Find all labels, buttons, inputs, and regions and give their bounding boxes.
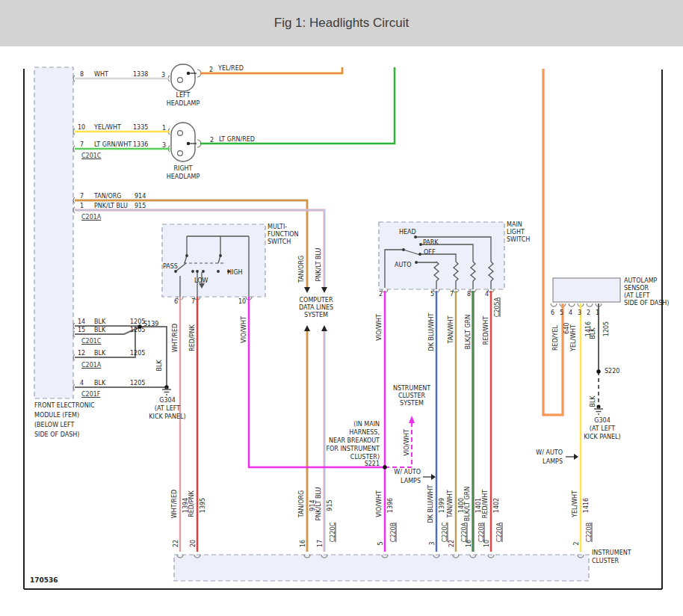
right-headlamp-name: RIGHT: [173, 165, 192, 172]
mls-position-off: OFF: [424, 249, 436, 256]
ground-location: (AT LEFT: [155, 405, 180, 412]
fem-circuit-number: 1205: [130, 350, 145, 357]
wire-label-vio-wht-mls-top: VIO/WHT: [376, 314, 383, 341]
mls-name: LIGHT: [507, 229, 525, 235]
wire-label-bottom: TAN/ORG: [298, 490, 305, 517]
wire-label-red-yel: RED/YEL: [552, 325, 559, 351]
autolamp-pin-number: 1: [596, 309, 599, 316]
fem-wire-color: BLK: [94, 318, 105, 325]
wiring-diagram-page: Fig 1: Headlights Circuit: [0, 0, 683, 616]
fem-pin-number: 10: [78, 124, 85, 131]
wire-label-pnk-lt-blu-upper: PNK/LT BLU: [315, 248, 322, 282]
mfs-pin-number: 6: [174, 298, 178, 305]
circuit-number-bottom: 1396: [387, 498, 394, 513]
splice-s139-label: S139: [143, 321, 158, 327]
mfs-position-pass: PASS: [163, 263, 178, 270]
wire-label-vio-wht-top: VIO/WHT: [241, 316, 247, 343]
auto-lamps-note-right: W/ AUTO: [518, 449, 563, 456]
fem-pin-number: 14: [78, 318, 85, 325]
connector-label-bottom: C220B: [586, 523, 593, 542]
wire-label-bottom: YEL/WHT: [572, 490, 578, 517]
circuit-number-bottom: 915: [327, 499, 333, 511]
mls-name: MAIN: [507, 221, 522, 228]
cluster-pin-number: 5: [377, 541, 384, 545]
headlamp-filament-icons: [178, 78, 183, 156]
mfs-name: FUNCTION: [268, 231, 299, 238]
cluster-pin-number: 22: [448, 540, 455, 547]
cluster-pin-number: 3: [429, 541, 436, 545]
s221-note: CLUSTER): [290, 454, 380, 461]
ground-g304-sensor-icon: [594, 407, 603, 414]
circuit-number-bottom: 1416: [583, 498, 590, 513]
cluster-system-label: SYSTEM: [400, 400, 424, 407]
autolamp-name: SENSOR: [624, 285, 649, 292]
fem-pin-number: 8: [80, 71, 84, 78]
ground-g304-fem-icon: [162, 387, 171, 395]
fem-box: [34, 67, 73, 398]
auto-lamps-arrow-mid: [423, 474, 436, 480]
fem-pin-number: 7: [80, 193, 84, 200]
fem-pin-number: 12: [78, 350, 85, 357]
wire-label-bottom: BLK/LT GRN: [464, 487, 471, 521]
mls-pin-number: 5: [430, 291, 434, 298]
circuit-number-bottom: 1395: [200, 498, 206, 513]
wire-label-wht-red-top: WHT/RED: [172, 324, 179, 352]
wire-label-tan-wht-top: TAN/WHT: [448, 315, 454, 343]
left-headlamp-icon: [171, 64, 195, 91]
fem-circuit-number: 1335: [133, 124, 148, 131]
left-headlamp-name: LEFT: [176, 92, 191, 99]
splice-s220-dot: [596, 369, 600, 373]
autolamp-sensor-box: [553, 278, 620, 302]
wire-label-bottom: TAN/WHT: [447, 490, 454, 517]
wire-label-bottom: RED/WHT: [482, 490, 489, 518]
instrument-cluster-name: CLUSTER: [592, 558, 619, 564]
cluster-pin-number: 16: [300, 540, 306, 547]
mls-pin-number: 2: [379, 291, 383, 298]
fem-wire-color: LT GRN/WHT: [94, 141, 132, 148]
fem-name: SIDE OF DASH): [34, 431, 79, 438]
wire-label-bottom: PNK/LT BLU: [315, 487, 322, 521]
cluster-pin-number: 17: [317, 540, 324, 547]
wire-blk-fem-group: [75, 326, 167, 387]
fem-pin-number: 4: [80, 380, 84, 386]
connector-label-bottom: C220A: [496, 523, 503, 542]
headlamp-pin-marks: [168, 70, 201, 152]
fem-circuit-number: 1336: [133, 141, 148, 148]
fem-circuit-number: 1338: [133, 71, 148, 78]
fem-circuit-number: 914: [135, 193, 146, 200]
mfs-pin-number: 7: [191, 298, 195, 305]
connector-label-bottom: C220B: [390, 523, 397, 542]
computer-system-label: SYSTEM: [304, 312, 328, 318]
auto-lamps-note-right: LAMPS: [518, 458, 563, 465]
wire-label-vio-wht-dashed: VIO/WHT: [404, 429, 410, 456]
ground-g304-label: G304: [594, 417, 610, 424]
fem-wire-color: BLK: [94, 327, 105, 333]
fem-circuit-number: 1205: [130, 380, 145, 386]
autolamp-pin-number: 2: [587, 309, 590, 316]
headlamp-pin-number: 1: [162, 125, 166, 132]
cluster-system-label: CLUSTER: [398, 392, 425, 399]
main-light-switch-box: [379, 222, 504, 289]
autolamp-name: AUTOLAMP: [624, 277, 657, 284]
s221-note: HARNESS,: [290, 429, 380, 436]
cluster-pin-number: 22: [173, 540, 179, 547]
mls-position-auto: AUTO: [395, 262, 412, 268]
mls-pin-number: 4: [485, 291, 489, 298]
headlamp-pin-number: 2: [209, 67, 213, 73]
circuit-number-640: 640: [563, 322, 570, 333]
s221-note: NEAR BREAKOUT: [290, 437, 380, 444]
autolamp-pin-notches: [551, 304, 602, 307]
right-headlamp-icon: [171, 123, 195, 161]
vio-wht-arrow-icon: [409, 416, 415, 423]
computer-system-label: DATA LINES: [299, 304, 333, 311]
instrument-cluster-box: [174, 555, 589, 581]
autolamp-name: (AT LEFT: [624, 292, 649, 299]
mls-pin-notches: [382, 289, 494, 292]
circuit-number-bottom: 1399: [439, 498, 445, 513]
wire-red-yel: [543, 69, 563, 415]
connector-label-c205a: C205A: [494, 298, 501, 317]
mfs-position-low: LOW: [194, 277, 208, 284]
instrument-cluster-name: INSTRUMENT: [592, 549, 631, 556]
wire-label-dk-blu-wht-top: DK BLU/WHT: [428, 313, 435, 351]
wire-label-blk-lt-grn-top: BLK/LT GRN: [465, 315, 472, 349]
